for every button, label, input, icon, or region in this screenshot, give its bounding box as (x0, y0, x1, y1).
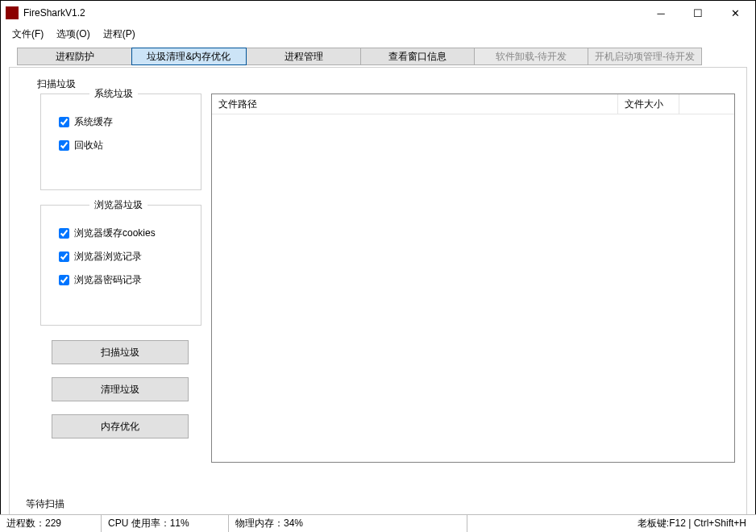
tabs: 进程防护 垃圾清理&内存优化 进程管理 查看窗口信息 软件卸载-待开发 开机启动… (17, 48, 747, 65)
main-panel: 扫描垃圾 系统垃圾 系统缓存 回收站 浏览器垃圾 浏览器缓存cookies 浏览… (9, 67, 747, 518)
tab-uninstall[interactable]: 软件卸载-待开发 (474, 48, 588, 65)
tab-process-protect[interactable]: 进程防护 (17, 48, 132, 65)
checkbox-browser-passwords-label: 浏览器密码记录 (74, 273, 142, 287)
checkbox-browser-history-label: 浏览器浏览记录 (74, 250, 142, 264)
checkbox-browser-history[interactable]: 浏览器浏览记录 (59, 250, 189, 264)
close-button[interactable]: ✕ (717, 1, 754, 25)
memory-optimize-button[interactable]: 内存优化 (52, 414, 189, 438)
minimize-button[interactable]: ─ (642, 1, 679, 25)
menu-process[interactable]: 进程(P) (98, 26, 140, 43)
window-title: FireSharkV1.2 (23, 7, 642, 19)
group-browser-title: 浏览器垃圾 (89, 198, 147, 212)
menu-options[interactable]: 选项(O) (52, 26, 94, 43)
status-bar: 进程数：229 CPU 使用率：11% 物理内存：34% 老板键:F12 | C… (0, 514, 756, 532)
column-file-size[interactable]: 文件大小 (618, 94, 679, 114)
checkbox-browser-cookies-label: 浏览器缓存cookies (74, 227, 156, 240)
scan-status: 等待扫描 (26, 497, 64, 511)
left-column: 系统垃圾 系统缓存 回收站 浏览器垃圾 浏览器缓存cookies 浏览器浏览记录 (40, 94, 201, 451)
listview-header: 文件路径 文件大小 (212, 94, 734, 114)
app-icon (6, 6, 19, 19)
tab-junk-clean[interactable]: 垃圾清理&内存优化 (131, 48, 247, 65)
clean-button[interactable]: 清理垃圾 (52, 377, 189, 401)
menu-bar: 文件(F) 选项(O) 进程(P) (1, 25, 755, 43)
group-browser-junk: 浏览器垃圾 浏览器缓存cookies 浏览器浏览记录 浏览器密码记录 (40, 205, 201, 326)
group-system-title: 系统垃圾 (89, 87, 138, 101)
menu-file[interactable]: 文件(F) (7, 26, 48, 43)
checkbox-recycle-bin[interactable]: 回收站 (59, 139, 189, 152)
status-cpu-usage: CPU 使用率：11% (102, 515, 229, 532)
file-listview[interactable]: 文件路径 文件大小 (211, 94, 735, 463)
status-hotkey: 老板键:F12 | Ctrl+Shift+H (467, 515, 756, 532)
tab-process-manage[interactable]: 进程管理 (246, 48, 361, 65)
checkbox-browser-cookies[interactable]: 浏览器缓存cookies (59, 227, 189, 240)
tab-window-info[interactable]: 查看窗口信息 (360, 48, 475, 65)
checkbox-browser-history-input[interactable] (59, 251, 69, 262)
checkbox-browser-cookies-input[interactable] (59, 228, 69, 239)
checkbox-browser-passwords[interactable]: 浏览器密码记录 (59, 273, 189, 287)
checkbox-browser-passwords-input[interactable] (59, 275, 69, 285)
maximize-button[interactable]: ☐ (679, 1, 717, 25)
tab-startup[interactable]: 开机启动项管理-待开发 (588, 48, 702, 65)
group-system-junk: 系统垃圾 系统缓存 回收站 (40, 94, 201, 190)
action-buttons: 扫描垃圾 清理垃圾 内存优化 (40, 340, 201, 451)
title-bar: FireSharkV1.2 ─ ☐ ✕ (1, 1, 755, 25)
status-memory-usage: 物理内存：34% (229, 515, 467, 532)
scan-button[interactable]: 扫描垃圾 (52, 340, 189, 364)
checkbox-system-cache[interactable]: 系统缓存 (59, 115, 189, 129)
checkbox-system-cache-label: 系统缓存 (74, 115, 113, 129)
panel-title: 扫描垃圾 (37, 77, 735, 91)
checkbox-recycle-bin-input[interactable] (59, 140, 69, 151)
column-spacer (679, 94, 734, 114)
checkbox-system-cache-input[interactable] (59, 117, 69, 127)
checkbox-recycle-bin-label: 回收站 (74, 139, 103, 152)
column-file-path[interactable]: 文件路径 (212, 94, 618, 114)
status-process-count: 进程数：229 (0, 515, 102, 532)
